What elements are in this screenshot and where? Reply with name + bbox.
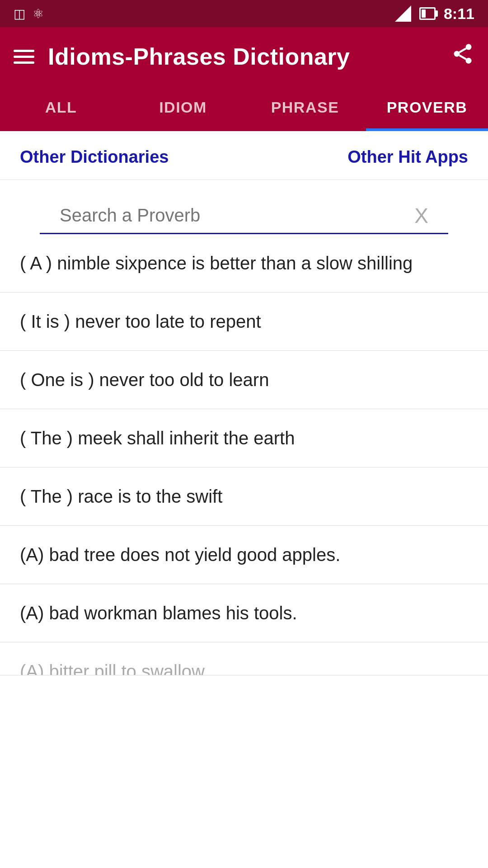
svg-point-1 — [466, 44, 472, 50]
tab-all[interactable]: ALL — [0, 86, 122, 131]
content-area: Other Dictionaries Other Hit Apps X ( A … — [0, 131, 488, 675]
tab-proverb[interactable]: PROVERB — [366, 86, 488, 131]
other-hit-apps-link[interactable]: Other Hit Apps — [347, 147, 468, 167]
tab-phrase[interactable]: PHRASE — [244, 86, 366, 131]
proverb-list: ( A ) nimble sixpence is better than a s… — [0, 234, 488, 675]
list-item[interactable]: ( One is ) never too old to learn — [0, 351, 488, 409]
status-time: 8:11 — [444, 5, 474, 23]
tab-idiom[interactable]: IDIOM — [122, 86, 244, 131]
svg-line-4 — [460, 55, 466, 59]
list-item[interactable]: (A) bad workman blames his tools. — [0, 584, 488, 642]
svg-point-3 — [466, 58, 472, 64]
battery-icon — [419, 7, 436, 20]
search-bar: X — [40, 189, 448, 234]
app-bar: Idioms-Phrases Dictionary — [0, 27, 488, 86]
svg-marker-0 — [395, 5, 411, 22]
image-icon: ◫ — [14, 6, 25, 21]
status-icons-left: ◫ ⚛ — [14, 6, 44, 21]
hamburger-menu-button[interactable] — [14, 50, 34, 64]
list-item[interactable]: (A) bad tree does not yield good apples. — [0, 526, 488, 584]
svg-point-2 — [454, 51, 460, 57]
svg-line-5 — [460, 48, 466, 52]
clear-search-button[interactable]: X — [414, 205, 428, 226]
list-item[interactable]: ( A ) nimble sixpence is better than a s… — [0, 234, 488, 292]
links-row: Other Dictionaries Other Hit Apps — [0, 131, 488, 180]
share-button[interactable] — [451, 42, 474, 71]
list-item[interactable]: ( The ) race is to the swift — [0, 467, 488, 526]
search-input[interactable] — [60, 198, 405, 233]
signal-icon — [395, 5, 411, 22]
app-title: Idioms-Phrases Dictionary — [48, 43, 437, 70]
status-bar: ◫ ⚛ 8:11 — [0, 0, 488, 27]
list-item[interactable]: ( It is ) never too late to repent — [0, 292, 488, 351]
list-item[interactable]: (A) bitter pill to swallow... — [0, 642, 488, 675]
tabs-bar: ALL IDIOM PHRASE PROVERB — [0, 86, 488, 131]
other-dictionaries-link[interactable]: Other Dictionaries — [20, 147, 169, 167]
list-item[interactable]: ( The ) meek shall inherit the earth — [0, 409, 488, 467]
android-icon: ⚛ — [33, 6, 44, 21]
